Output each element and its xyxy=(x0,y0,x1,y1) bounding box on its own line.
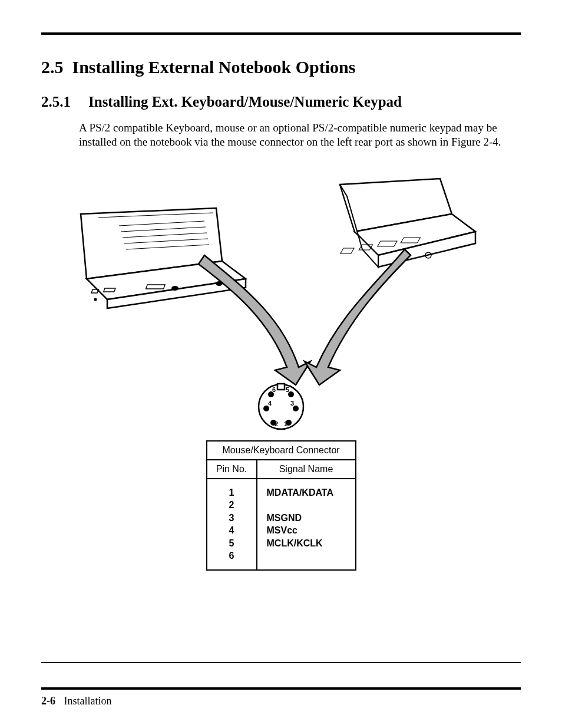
section-title: Installing External Notebook Options xyxy=(72,57,356,77)
pin-numbers-cell: 1 2 3 4 5 6 xyxy=(207,479,257,571)
chapter-name: Installation xyxy=(64,695,112,707)
laptop-illustrations xyxy=(69,167,493,385)
pin-label-3: 3 xyxy=(290,400,294,407)
top-rule xyxy=(41,32,521,35)
table-title: Mouse/Keyboard Connector xyxy=(207,441,356,460)
section-number: 2.5 xyxy=(41,57,64,77)
subsection-number: 2.5.1 xyxy=(41,94,71,110)
svg-point-11 xyxy=(171,286,178,291)
subsection-title: Installing Ext. Keyboard/Mouse/Numeric K… xyxy=(88,94,402,110)
subsection-heading: 2.5.1 Installing Ext. Keyboard/Mouse/Num… xyxy=(41,94,521,110)
pin-label-2: 2 xyxy=(275,420,278,427)
pin-label-4: 4 xyxy=(268,400,272,407)
figure-bottom-rule xyxy=(41,662,521,663)
pin-label-1: 1 xyxy=(284,420,287,427)
svg-point-14 xyxy=(94,298,97,301)
arrow-right xyxy=(299,249,416,391)
connector-pin-table: Mouse/Keyboard Connector Pin No. Signal … xyxy=(206,440,356,571)
col-pin-no: Pin No. xyxy=(207,460,257,479)
col-signal-name: Signal Name xyxy=(257,460,356,479)
page-footer: 2-6 Installation xyxy=(41,695,111,707)
figure-2-4: 1 2 3 4 5 6 Mouse/Keyboard Connector Pin… xyxy=(41,167,521,571)
page-number: 2-6 xyxy=(41,695,55,707)
signal-names-cell: MDATA/KDATA MSGND MSVcc MCLK/KCLK xyxy=(257,479,356,571)
page-bottom-rule xyxy=(41,687,521,690)
section-heading: 2.5 Installing External Notebook Options xyxy=(41,57,521,77)
body-paragraph: A PS/2 compatible Keyboard, mouse or an … xyxy=(79,121,515,149)
